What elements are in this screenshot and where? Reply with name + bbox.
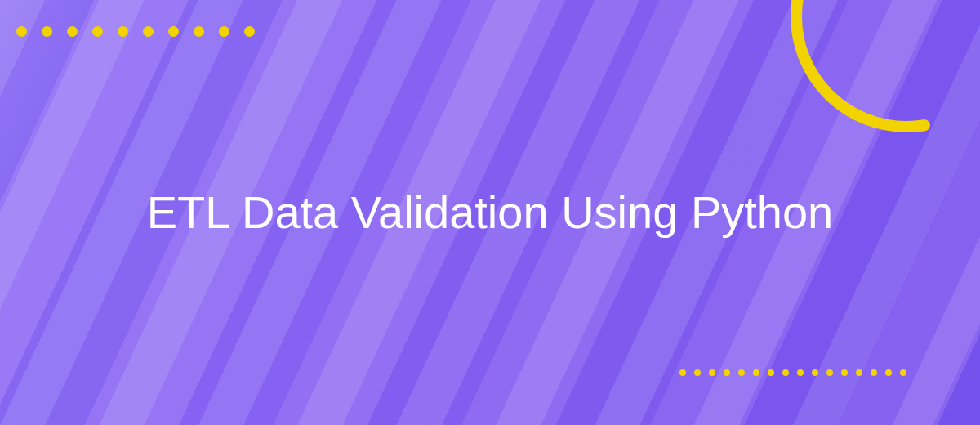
dot-icon [812, 369, 818, 376]
hero-banner: ETL Data Validation Using Python [0, 0, 980, 425]
dots-top-left-decoration [16, 26, 255, 37]
dot-icon [782, 369, 789, 376]
dot-icon [826, 369, 833, 376]
dot-icon [42, 26, 52, 37]
dot-icon [92, 26, 103, 37]
dots-bottom-right-decoration [679, 369, 906, 376]
svg-point-1 [0, 306, 233, 425]
dot-icon [797, 369, 804, 376]
dot-icon [871, 369, 877, 376]
dot-icon [694, 369, 701, 376]
dot-icon [16, 26, 27, 37]
dot-icon [709, 369, 715, 376]
dot-icon [219, 26, 229, 37]
dot-icon [67, 26, 78, 37]
dot-icon [768, 369, 774, 376]
dot-icon [738, 369, 745, 376]
dot-icon [856, 369, 862, 376]
dot-icon [900, 369, 906, 376]
dot-icon [753, 369, 760, 376]
arc-top-right-decoration [784, 0, 980, 139]
dot-icon [244, 26, 255, 37]
dot-icon [194, 26, 204, 37]
dot-icon [841, 369, 848, 376]
dot-icon [679, 369, 686, 376]
banner-title: ETL Data Validation Using Python [49, 184, 931, 241]
dot-icon [118, 26, 128, 37]
arc-bottom-left-decoration [0, 294, 245, 425]
dot-icon [724, 369, 730, 376]
svg-point-0 [796, 0, 980, 127]
dot-icon [168, 26, 179, 37]
dot-icon [885, 369, 892, 376]
dot-icon [143, 26, 154, 37]
